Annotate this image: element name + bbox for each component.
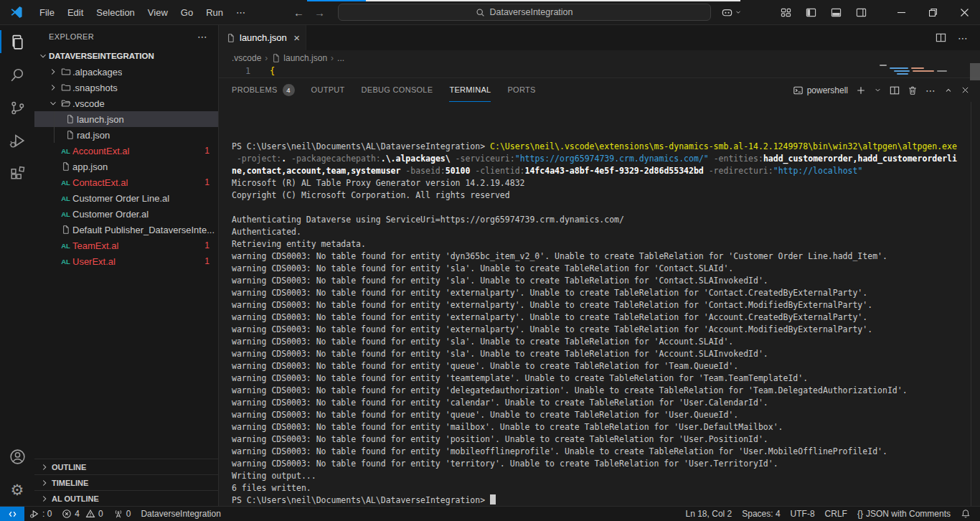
tree-item-contactext-al[interactable]: ALContactExt.al1 bbox=[34, 174, 218, 190]
tree-item-default-publisher-dataverseinte[interactable]: Default Publisher_DataverseInte... bbox=[34, 222, 218, 238]
panel-tab-debug-console[interactable]: DEBUG CONSOLE bbox=[362, 78, 433, 102]
search-sidebar-icon[interactable] bbox=[0, 58, 34, 91]
tree-item-teamext-al[interactable]: ALTeamExt.al1 bbox=[34, 238, 218, 253]
command-center-search[interactable]: DataverseIntegration bbox=[338, 4, 711, 21]
tree-item-rad-json[interactable]: rad.json bbox=[34, 127, 218, 143]
menu-more[interactable]: ⋯ bbox=[230, 4, 252, 21]
tree-item-alpackages[interactable]: .alpackages bbox=[34, 64, 218, 80]
toggle-secondary-sidebar-icon[interactable] bbox=[856, 7, 867, 18]
panel-more-icon[interactable]: ⋯ bbox=[925, 85, 936, 96]
tree-item-userext-al[interactable]: ALUserExt.al1 bbox=[34, 253, 218, 269]
close-panel-icon[interactable] bbox=[961, 85, 970, 95]
panel-tab-terminal[interactable]: TERMINAL bbox=[449, 78, 491, 102]
file-icon bbox=[63, 130, 77, 140]
tree-item-customer-order-line-al[interactable]: ALCustomer Order Line.al bbox=[34, 190, 218, 206]
settings-gear-icon[interactable]: ⚙ bbox=[0, 473, 34, 506]
terminal-scrollbar[interactable] bbox=[971, 102, 971, 506]
account-icon[interactable] bbox=[0, 440, 34, 473]
split-editor-icon[interactable] bbox=[936, 32, 946, 43]
error-count: 4 bbox=[75, 509, 80, 519]
menu-file[interactable]: File bbox=[33, 4, 61, 21]
extensions-icon[interactable] bbox=[0, 157, 34, 190]
terminal-text: warning CDS0003: No table found for enti… bbox=[232, 446, 887, 456]
customize-layout-icon[interactable] bbox=[781, 7, 791, 18]
breadcrumb-item-vscode[interactable]: .vscode bbox=[232, 53, 261, 63]
radio-tower-icon bbox=[113, 509, 123, 519]
terminal-output[interactable]: PS C:\Users\neil\Documents\AL\DataverseI… bbox=[219, 102, 980, 506]
menu-run[interactable]: Run bbox=[199, 4, 230, 21]
menu-bar: FileEditSelectionViewGoRun⋯ bbox=[33, 4, 252, 21]
debug-status-item[interactable]: : 0 bbox=[24, 507, 57, 521]
explorer-icon[interactable] bbox=[0, 25, 34, 58]
maximize-panel-icon[interactable] bbox=[944, 86, 953, 95]
close-button[interactable] bbox=[948, 0, 980, 25]
restore-button[interactable] bbox=[917, 0, 948, 25]
tree-item-label: app.json bbox=[72, 161, 108, 172]
panel-tab-output[interactable]: OUTPUT bbox=[311, 78, 345, 102]
panel-tab-label: OUTPUT bbox=[311, 85, 345, 94]
section-label: AL OUTLINE bbox=[52, 494, 99, 503]
minimap[interactable] bbox=[875, 63, 961, 82]
back-arrow-icon[interactable]: ← bbox=[293, 6, 304, 19]
panel-tab-ports[interactable]: PORTS bbox=[507, 78, 535, 102]
tree-item-snapshots[interactable]: .snapshots bbox=[34, 80, 218, 95]
active-project-item[interactable]: DataverseIntegration bbox=[136, 507, 225, 521]
tree-item-label: Customer Order Line.al bbox=[72, 193, 169, 204]
menu-edit[interactable]: Edit bbox=[61, 4, 90, 21]
tree-item-accountext-al[interactable]: ALAccountExt.al1 bbox=[34, 143, 218, 159]
indentation-item[interactable]: Spaces: 4 bbox=[737, 509, 785, 519]
toggle-panel-icon[interactable] bbox=[831, 7, 842, 18]
tab-close-icon[interactable]: × bbox=[293, 32, 300, 44]
tree-item-label: Customer Order.al bbox=[72, 209, 149, 220]
new-terminal-icon[interactable] bbox=[856, 85, 866, 95]
tree-item-label: AccountExt.al bbox=[72, 146, 130, 156]
explorer-more-icon[interactable]: ⋯ bbox=[197, 31, 208, 42]
panel-tab-problems[interactable]: PROBLEMS4 bbox=[232, 78, 295, 102]
tree-item-customer-order-al[interactable]: ALCustomer Order.al bbox=[34, 206, 218, 222]
window-top-accent-blue bbox=[307, 0, 366, 1]
section-outline[interactable]: OUTLINE bbox=[34, 459, 218, 474]
copilot-menu[interactable] bbox=[721, 6, 742, 19]
language-mode-item[interactable]: {} JSON with Comments bbox=[852, 509, 956, 519]
notifications-bell-icon[interactable] bbox=[956, 509, 976, 519]
breadcrumb-item-item[interactable]: ... bbox=[337, 53, 344, 63]
encoding-item[interactable]: UTF-8 bbox=[786, 509, 820, 519]
terminal-line: PS C:\Users\neil\Documents\AL\DataverseI… bbox=[232, 494, 980, 506]
menu-go[interactable]: Go bbox=[174, 4, 199, 21]
eol-item[interactable]: CRLF bbox=[820, 509, 852, 519]
toggle-primary-sidebar-icon[interactable] bbox=[806, 7, 816, 18]
kill-terminal-icon[interactable] bbox=[908, 85, 918, 95]
run-debug-icon[interactable] bbox=[0, 124, 34, 157]
tree-item-dataverseintegration[interactable]: DATAVERSEINTEGRATION bbox=[34, 48, 218, 64]
tree-item-app-json[interactable]: app.json bbox=[34, 159, 218, 174]
minimize-button[interactable] bbox=[885, 0, 917, 25]
problem-count-badge: 1 bbox=[204, 240, 218, 250]
menu-view[interactable]: View bbox=[141, 4, 174, 21]
tree-item-launch-json[interactable]: launch.json bbox=[34, 111, 218, 127]
breadcrumb-item-launch-json[interactable]: launch.json bbox=[271, 53, 327, 63]
terminal-text: "http://localhost" bbox=[773, 166, 863, 176]
section-al-outline[interactable]: AL OUTLINE bbox=[34, 490, 218, 506]
section-timeline[interactable]: TIMELINE bbox=[34, 474, 218, 490]
source-control-icon[interactable] bbox=[0, 91, 34, 124]
editor-more-icon[interactable]: ⋯ bbox=[958, 32, 969, 44]
chevron-right-icon bbox=[39, 478, 50, 488]
minimap-slider[interactable] bbox=[970, 63, 980, 80]
terminal-text: PS C:\Users\neil\Documents\AL\DataverseI… bbox=[232, 495, 490, 505]
terminal-dropdown-icon[interactable] bbox=[874, 86, 882, 94]
split-terminal-icon[interactable] bbox=[890, 85, 900, 95]
cursor-position-item[interactable]: Ln 18, Col 2 bbox=[681, 509, 738, 519]
forward-arrow-icon[interactable]: → bbox=[314, 6, 325, 19]
terminal-shell-selector[interactable]: powershell bbox=[793, 85, 848, 95]
problems-status-item[interactable]: 4 0 bbox=[57, 507, 108, 521]
tab-launch-json[interactable]: launch.json × bbox=[219, 25, 306, 50]
terminal-text: ne,contact,account,team,systemuser bbox=[232, 166, 405, 176]
history-nav: ← → bbox=[293, 6, 325, 19]
menu-selection[interactable]: Selection bbox=[90, 4, 141, 21]
file-icon bbox=[59, 225, 72, 235]
terminal-cursor bbox=[490, 494, 496, 504]
ports-status-item[interactable]: 0 bbox=[108, 507, 136, 521]
editor-code[interactable]: 1 { bbox=[219, 66, 980, 78]
remote-indicator[interactable] bbox=[0, 507, 24, 521]
tree-item-vscode[interactable]: .vscode bbox=[34, 95, 218, 111]
